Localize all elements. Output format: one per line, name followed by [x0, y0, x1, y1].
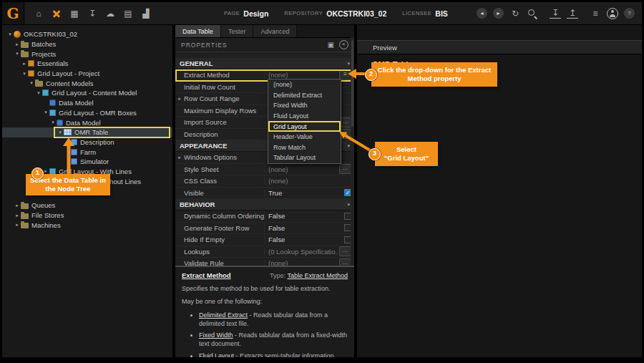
callout-1: 1 Select the Data Table in the Node Tree [26, 174, 110, 195]
dropdown-item-tabular-layout[interactable]: Tabular Layout [268, 153, 341, 163]
page-value[interactable]: Design [243, 9, 268, 18]
tab-data-table[interactable]: Data Table [175, 25, 221, 37]
dropdown-item-delimited-extract[interactable]: Delimited Extract [268, 90, 341, 101]
dropdown-item-row-match[interactable]: Row Match [268, 142, 341, 153]
ellipsis-button[interactable]: … [339, 246, 351, 256]
cancel-changes-icon[interactable]: × [339, 40, 348, 49]
top-bar: G ⌂▦↧☁▤▟ PAGE Design REPOSITORY OKCSTRKI… [2, 2, 642, 25]
preview-tab[interactable]: Preview [357, 40, 642, 54]
tree-item-label: Projects [31, 50, 56, 58]
help-link[interactable]: Fluid Layout [199, 352, 234, 357]
tree-item-grid-layout-omr-boxes[interactable]: ▾Grid Layout - OMR Boxes [2, 108, 172, 118]
tree-item-simulator[interactable]: Simulator [2, 157, 172, 167]
chevron-expanded-icon[interactable]: ▾ [14, 51, 21, 57]
type-label: Type: [270, 272, 286, 279]
model-icon [49, 110, 56, 116]
chevron-expanded-icon[interactable]: ▾ [6, 32, 14, 37]
tree-item-label: Grid Layout - OMR Boxes [59, 109, 137, 117]
property-label: Maximum Display Rows [184, 107, 264, 115]
refresh-icon[interactable]: ↻ [509, 8, 521, 19]
property-row-dynamic-column-ordering[interactable]: Dynamic Column OrderingFalse [175, 210, 354, 223]
tree-item-data-model[interactable]: Data Model [2, 98, 172, 108]
page-group[interactable]: PAGE Design [224, 9, 268, 18]
tree-item-file-stores[interactable]: ▸File Stores [2, 210, 172, 221]
tree-item-farm[interactable]: Farm [2, 147, 172, 157]
node-tree: ▾OKCSTRKI03_02▸Batches▾Projects▸Essentia… [2, 29, 172, 230]
cloud-icon[interactable]: ☁ [104, 8, 116, 19]
property-row-generate-footer-row[interactable]: Generate Footer RowFalse [175, 223, 354, 235]
property-row-hide-if-empty[interactable]: Hide If EmptyFalse [175, 234, 354, 246]
tree-item-batches[interactable]: ▸Batches [2, 39, 172, 49]
tree-item-omr-table[interactable]: ▾OMR Table [2, 127, 172, 137]
help-panel: Extract Method Type: Table Extract Metho… [175, 266, 354, 357]
chevron-expanded-icon[interactable]: ▾ [57, 130, 64, 135]
tree-item-grid-layout-content-model[interactable]: ▾Grid Layout - Content Model [2, 88, 172, 98]
category-general[interactable]: GENERAL▾ [175, 58, 354, 69]
dropdown-item-fixed-width[interactable]: Fixed Width [268, 100, 341, 111]
application-window: G ⌂▦↧☁▤▟ PAGE Design REPOSITORY OKCSTRKI… [0, 0, 644, 363]
chevron-expanded-icon[interactable]: ▾ [42, 110, 49, 115]
property-row-lookups[interactable]: Lookups(0 Lookup Specificatio...… [175, 246, 354, 258]
chevron-expanded-icon[interactable]: ▾ [49, 120, 57, 125]
layers-icon[interactable]: ≡ [590, 8, 601, 19]
chevron-collapsed-icon[interactable]: ▸ [21, 61, 28, 67]
chevron-expanded-icon[interactable]: ▾ [35, 90, 42, 96]
upload-icon[interactable]: ↥ [567, 9, 578, 19]
expand-icon[interactable]: ▸ [175, 96, 184, 102]
chevron-collapsed-icon[interactable]: ▸ [14, 203, 21, 208]
dropdown-item-fluid-layout[interactable]: Fluid Layout [268, 111, 341, 122]
grooper-logo[interactable]: G [2, 2, 24, 24]
tree-item-content-models[interactable]: ▾Content Models [2, 78, 172, 88]
help-link[interactable]: Delimited Extract [199, 311, 248, 319]
tree-item-data-model[interactable]: ▾Data Model [2, 117, 172, 127]
callout-3: 3 Select "Grid Layout" [375, 142, 438, 166]
tree-item-essentials[interactable]: ▸Essentials [2, 59, 172, 69]
repository-value: OKCSTRKI03_02 [326, 9, 386, 18]
search-icon[interactable] [527, 8, 538, 19]
user-icon[interactable] [607, 8, 618, 19]
tree-item-queues[interactable]: ▸Queues [2, 200, 172, 210]
back-icon[interactable]: ◄ [477, 8, 487, 19]
help-link[interactable]: Fixed Width [199, 331, 233, 339]
model-icon [42, 89, 49, 96]
stats-icon[interactable]: ▟ [140, 8, 152, 19]
property-row-style-sheet[interactable]: Style Sheet(none)… [175, 164, 354, 176]
chevron-collapsed-icon[interactable]: ▸ [14, 213, 21, 218]
expand-icon[interactable]: ▸ [175, 155, 184, 160]
home-icon[interactable]: ⌂ [33, 8, 44, 19]
tree-item-description[interactable]: Description [2, 137, 172, 147]
chevron-expanded-icon[interactable]: ▾ [21, 71, 28, 77]
chevron-collapsed-icon[interactable]: ▸ [14, 42, 21, 47]
save-properties-icon[interactable]: ▣ [328, 41, 335, 49]
chevron-expanded-icon[interactable]: ▾ [28, 80, 35, 86]
dropdown-item-header-value[interactable]: Header-Value [268, 132, 341, 142]
callout-1-text: Select the Data Table in the Node Tree [30, 176, 106, 194]
tasks-icon[interactable]: ▤ [122, 8, 134, 19]
tree-item-okcstrki03-02[interactable]: ▾OKCSTRKI03_02 [2, 29, 172, 39]
ellipsis-button[interactable]: … [339, 164, 351, 174]
type-link[interactable]: Table Extract Method [287, 272, 348, 279]
chevron-collapse-icon[interactable]: ▾ [347, 202, 350, 208]
tab-bar: Data TableTesterAdvanced [175, 25, 354, 38]
category-behavior[interactable]: BEHAVIOR▾ [175, 199, 354, 210]
property-row-visible[interactable]: VisibleTrue✓ [175, 188, 354, 200]
tree-item-label: Data Model [66, 119, 101, 127]
imports-icon[interactable]: ↧ [87, 8, 98, 19]
tree-item-projects[interactable]: ▾Projects [2, 49, 172, 59]
chevron-collapsed-icon[interactable]: ▸ [14, 222, 21, 228]
callout-1-arrow [62, 137, 75, 175]
tab-tester[interactable]: Tester [221, 25, 254, 37]
dropdown-item-none[interactable]: (none) [268, 79, 341, 90]
batches-icon[interactable]: ▦ [69, 8, 80, 19]
chevron-collapse-icon[interactable]: ▾ [347, 61, 350, 67]
dropdown-item-grid-layout[interactable]: Grid Layout [268, 121, 341, 132]
download-icon[interactable]: ↧ [550, 9, 561, 19]
design-tools-icon[interactable] [51, 8, 62, 19]
property-row-css-class[interactable]: CSS Class(none) [175, 175, 354, 188]
help-icon[interactable]: ? [624, 8, 635, 19]
forward-icon[interactable]: ► [493, 8, 504, 19]
tree-item-machines[interactable]: ▸Machines [2, 220, 172, 230]
tab-advanced[interactable]: Advanced [253, 25, 297, 37]
datamodel-icon [57, 120, 63, 126]
tree-item-grid-layout-project[interactable]: ▾Grid Layout - Project [2, 69, 172, 79]
